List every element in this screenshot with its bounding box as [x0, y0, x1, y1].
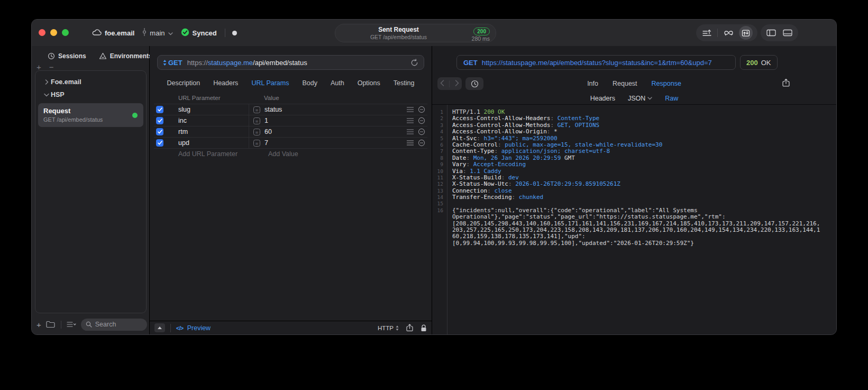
url-host: statuspage.me: [208, 59, 253, 67]
sessions-tree-panel: Foe.email HSP Request GET /api/embed/sta…: [35, 70, 147, 313]
param-enabled-checkbox[interactable]: [156, 128, 163, 135]
response-tab-response[interactable]: Response: [652, 77, 681, 90]
param-value[interactable]: 1: [264, 117, 268, 124]
response-view-tab-headers[interactable]: Headers: [590, 95, 615, 102]
drag-handle-icon[interactable]: [407, 107, 414, 112]
request-tab-url-params[interactable]: URL Params: [251, 79, 289, 87]
new-folder-icon[interactable]: [46, 321, 55, 328]
response-tab-request[interactable]: Request: [613, 77, 637, 90]
request-tab-body[interactable]: Body: [302, 79, 317, 87]
add-param-name-placeholder[interactable]: Add URL Parameter: [178, 150, 237, 158]
sync-status[interactable]: Synced: [181, 28, 217, 38]
request-list-item-selected[interactable]: Request GET /api/embed/status: [38, 103, 143, 127]
add-param-value-placeholder[interactable]: Add Value: [268, 150, 298, 158]
param-value-cell[interactable]: =1: [249, 115, 404, 126]
lock-icon[interactable]: [421, 324, 427, 332]
param-value[interactable]: 7: [264, 139, 268, 147]
method-label[interactable]: GET: [168, 59, 182, 67]
remove-param-icon[interactable]: [418, 117, 425, 124]
param-value-cell[interactable]: =60: [249, 126, 404, 137]
view-tab-label: Headers: [590, 95, 615, 102]
main-area: Sessions Environments + −: [32, 46, 836, 334]
toggle-sidebar-icon[interactable]: [765, 27, 777, 39]
request-tabs: DescriptionHeadersURL ParamsBodyAuthOpti…: [150, 79, 432, 87]
export-lines-icon[interactable]: [701, 27, 712, 39]
param-enabled-checkbox[interactable]: [156, 139, 163, 147]
branch-icon: [142, 28, 147, 38]
line-number: 10: [432, 168, 447, 175]
minimize-window-button[interactable]: [50, 29, 57, 36]
export-response-icon[interactable]: [782, 78, 790, 87]
chevron-right-icon: [42, 79, 51, 85]
response-request-line: GET https://statuspage.me/api/embed/stat…: [456, 55, 778, 70]
search-input[interactable]: Search: [81, 319, 147, 331]
param-enabled-checkbox[interactable]: [156, 106, 163, 113]
param-name-cell[interactable]: slug: [178, 106, 249, 113]
param-name-cell[interactable]: rtm: [178, 128, 249, 135]
response-view-tabs: HeadersJSONRaw: [432, 95, 836, 102]
param-enabled-checkbox[interactable]: [156, 117, 163, 124]
param-value-cell[interactable]: =status: [249, 104, 404, 115]
preview-button[interactable]: Preview: [187, 324, 211, 332]
request-tab-headers[interactable]: Headers: [213, 79, 238, 87]
drag-handle-icon[interactable]: [407, 140, 414, 146]
sync-loop-icon[interactable]: [723, 27, 734, 39]
remove-param-icon[interactable]: [418, 128, 425, 135]
sent-request-pill[interactable]: Sent Request GET /api/embed/status 200 2…: [335, 24, 496, 42]
tree-item-label: Foe.email: [51, 78, 81, 86]
protocol-select-caret-icon[interactable]: [396, 325, 399, 331]
request-tab-description[interactable]: Description: [167, 79, 200, 87]
environments-icon: [99, 52, 107, 60]
param-value[interactable]: 60: [264, 128, 272, 135]
list-view-options-icon[interactable]: [67, 321, 76, 328]
request-tab-auth[interactable]: Auth: [331, 79, 344, 87]
tree-item-foe-email[interactable]: Foe.email: [35, 76, 146, 88]
remove-param-icon[interactable]: [418, 139, 425, 147]
method-select-caret-icon[interactable]: [163, 60, 167, 66]
param-value[interactable]: status: [264, 106, 282, 113]
project-selector[interactable]: foe.email: [92, 29, 134, 37]
tab-environments[interactable]: Environments: [99, 52, 152, 60]
response-view-tab-raw[interactable]: Raw: [665, 95, 678, 102]
line-number: 1: [432, 109, 447, 115]
close-window-button[interactable]: [39, 29, 45, 36]
remove-param-icon[interactable]: [418, 106, 425, 113]
param-value-cell[interactable]: =7: [249, 138, 404, 148]
sent-request-status: 200 280 ms: [472, 26, 490, 42]
toolbar-separator: [61, 321, 61, 329]
line-text: [447, 201, 452, 207]
url-input[interactable]: GET https://statuspage.me/api/embed/stat…: [157, 55, 424, 70]
chevron-down-icon: [168, 29, 173, 37]
drag-handle-icon[interactable]: [407, 118, 414, 123]
code-preview-icon[interactable]: </>: [176, 325, 184, 331]
line-number: 3: [432, 122, 447, 129]
protocol-select[interactable]: HTTP: [378, 325, 394, 331]
response-view-tab-json[interactable]: JSON: [628, 95, 652, 102]
drag-handle-icon[interactable]: [407, 129, 414, 134]
sidebar-toolbar: + Search: [36, 318, 147, 331]
line-number: [432, 233, 447, 240]
param-name-cell[interactable]: upd: [178, 139, 249, 147]
request-item-subtitle: GET /api/embed/status: [43, 116, 138, 123]
resend-refresh-icon[interactable]: [410, 59, 418, 67]
request-tab-options[interactable]: Options: [358, 79, 380, 87]
request-response-toggle-icon[interactable]: [739, 26, 753, 40]
tab-sessions[interactable]: Sessions: [48, 52, 86, 60]
share-icon[interactable]: [406, 324, 413, 332]
zoom-window-button[interactable]: [62, 29, 69, 36]
line-number: 14: [432, 194, 447, 201]
response-tab-info[interactable]: Info: [587, 77, 598, 90]
request-tab-testing[interactable]: Testing: [394, 79, 415, 87]
tree-item-hsp[interactable]: HSP: [35, 88, 146, 101]
request-panel: GET https://statuspage.me/api/embed/stat…: [150, 46, 432, 334]
toggle-bottom-panel-icon[interactable]: [782, 27, 793, 39]
line-number: 5: [432, 135, 447, 142]
response-raw-view: 1HTTP/1.1 200 OK2Access-Control-Allow-He…: [432, 105, 836, 334]
url-param-row: slug=status: [154, 104, 427, 115]
line-number: 4: [432, 129, 447, 135]
add-param-row[interactable]: Add URL Parameter Add Value: [154, 148, 427, 159]
branch-selector[interactable]: main: [142, 28, 172, 38]
expand-panel-button[interactable]: [154, 323, 165, 332]
add-request-button[interactable]: +: [36, 320, 41, 329]
param-name-cell[interactable]: inc: [178, 117, 249, 124]
